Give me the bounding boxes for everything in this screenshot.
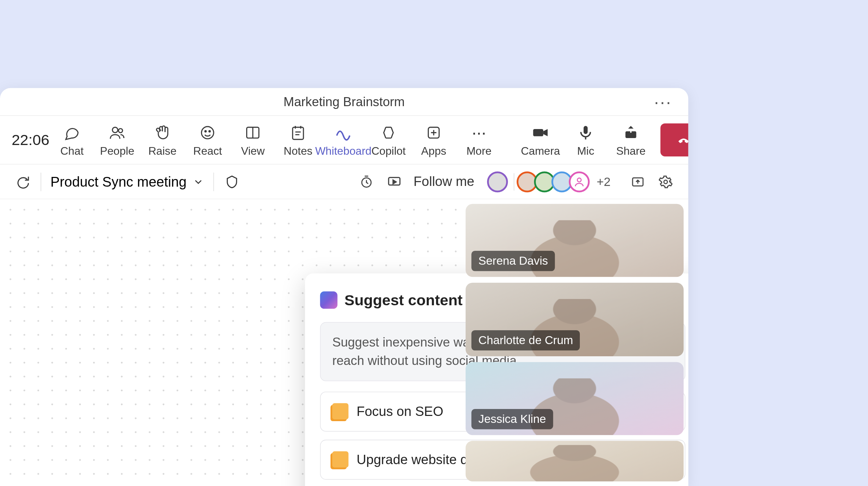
raise-hand-icon bbox=[154, 122, 170, 142]
apps-icon bbox=[426, 122, 442, 142]
svg-point-2 bbox=[201, 126, 214, 138]
video-tile[interactable] bbox=[466, 441, 684, 481]
react-button[interactable]: React bbox=[185, 120, 230, 160]
svg-rect-7 bbox=[293, 127, 303, 139]
chat-button[interactable]: Chat bbox=[49, 120, 94, 160]
share-panel-icon[interactable] bbox=[629, 173, 646, 190]
leave-button[interactable]: Leave bbox=[660, 123, 688, 156]
privacy-icon[interactable] bbox=[223, 173, 241, 190]
copilot-logo-icon bbox=[320, 291, 337, 309]
video-tile[interactable]: Jessica Kline bbox=[466, 362, 684, 435]
svg-rect-15 bbox=[533, 129, 543, 136]
video-tile[interactable]: Charlotte de Crum bbox=[466, 283, 684, 356]
share-button[interactable]: Share bbox=[608, 120, 653, 160]
video-tile[interactable]: Serena Davis bbox=[466, 204, 684, 277]
sticky-note-icon bbox=[332, 403, 349, 420]
video-rail: Serena Davis Charlotte de Crum Jessica K… bbox=[461, 199, 688, 486]
mic-icon bbox=[577, 122, 594, 142]
raise-button[interactable]: Raise bbox=[140, 120, 185, 160]
copilot-icon bbox=[381, 122, 397, 142]
document-name-dropdown[interactable]: Product Sync meeting bbox=[50, 173, 204, 190]
present-icon[interactable] bbox=[386, 173, 403, 190]
title-bar: Marketing Brainstorm ··· bbox=[0, 88, 688, 116]
meeting-time: 22:06 bbox=[11, 131, 49, 149]
apps-button[interactable]: Apps bbox=[411, 120, 456, 160]
svg-point-1 bbox=[118, 128, 123, 133]
svg-point-22 bbox=[664, 180, 667, 184]
whiteboard-icon bbox=[335, 122, 352, 142]
participant-avatars[interactable]: +2 bbox=[491, 171, 611, 192]
chevron-down-icon bbox=[192, 176, 204, 187]
more-icon: ··· bbox=[472, 122, 486, 142]
window-title: Marketing Brainstorm bbox=[284, 94, 405, 109]
follow-me-button[interactable]: Follow me bbox=[414, 174, 474, 189]
redo-icon[interactable] bbox=[14, 173, 31, 190]
people-button[interactable]: People bbox=[94, 120, 140, 160]
window-more-icon[interactable]: ··· bbox=[654, 92, 672, 112]
avatar-overflow-count: +2 bbox=[597, 175, 611, 189]
svg-rect-16 bbox=[584, 126, 588, 134]
view-button[interactable]: View bbox=[230, 120, 275, 160]
whiteboard-button[interactable]: Whiteboard bbox=[321, 120, 366, 160]
sticky-note-icon bbox=[332, 451, 349, 468]
share-icon bbox=[623, 122, 639, 142]
svg-point-3 bbox=[205, 130, 206, 132]
react-icon bbox=[200, 122, 216, 142]
mic-button[interactable]: Mic bbox=[563, 120, 608, 160]
copilot-button[interactable]: Copilot bbox=[366, 120, 411, 160]
timer-icon[interactable] bbox=[358, 173, 375, 190]
svg-point-0 bbox=[112, 127, 118, 133]
chat-icon bbox=[64, 122, 80, 142]
camera-button[interactable]: Camera bbox=[518, 120, 563, 160]
view-icon bbox=[245, 122, 261, 142]
svg-point-4 bbox=[209, 130, 210, 132]
more-button[interactable]: ··· More bbox=[456, 120, 501, 160]
svg-point-20 bbox=[577, 178, 581, 181]
meeting-toolbar: 22:06 Chat People Raise React bbox=[0, 116, 688, 164]
people-icon bbox=[109, 122, 125, 142]
camera-icon bbox=[532, 122, 549, 142]
notes-icon bbox=[290, 122, 306, 142]
settings-icon[interactable] bbox=[657, 173, 674, 190]
notes-button[interactable]: Notes bbox=[275, 120, 320, 160]
whiteboard-sub-bar: Product Sync meeting Follow me bbox=[0, 164, 688, 199]
whiteboard-canvas[interactable]: Jessica Kline Daniela Mandera Serena Dav… bbox=[0, 199, 461, 486]
phone-down-icon bbox=[677, 133, 688, 147]
